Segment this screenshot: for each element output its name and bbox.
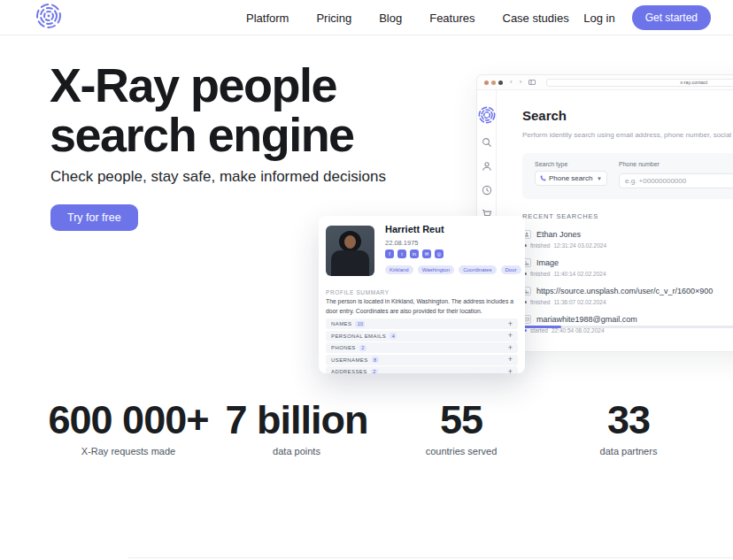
- section-label: ADDRESSES: [331, 369, 367, 373]
- page-title-line1: X-Ray people: [50, 58, 336, 111]
- window-traffic-lights: [484, 81, 503, 85]
- hero-subtitle: Check people, stay safe, make informed d…: [50, 168, 386, 186]
- mail-icon: ✉: [422, 249, 431, 258]
- header-actions: Log in Get started: [583, 0, 711, 35]
- stat-value: 33: [600, 400, 658, 440]
- search-type-field: Search type Phone search ▼: [535, 161, 607, 191]
- profile-social-links: f t in ✉ ◎: [385, 249, 444, 258]
- progress-fill: [522, 326, 561, 328]
- section-label: PERSONAL EMAILS: [331, 334, 386, 339]
- nav-item-case-studies[interactable]: Case studies: [503, 12, 569, 25]
- recent-search-timestamp: 22:40:54 08.02.2024: [552, 327, 605, 334]
- section-divider: [128, 557, 733, 558]
- brand-logo[interactable]: [35, 3, 62, 29]
- app-content: Search Perform identity search using ema…: [497, 90, 733, 352]
- get-started-button[interactable]: Get started: [632, 5, 711, 30]
- recent-search-timestamp: 11:36:07 02.02.2024: [553, 299, 606, 305]
- search-type-label: Search type: [535, 161, 607, 167]
- profile-birthdate: 22.08.1975: [385, 239, 419, 247]
- recent-search-title: mariawhite1988@gmail.com: [536, 315, 637, 324]
- section-row-personal-emails: PERSONAL EMAILS 4 +: [326, 331, 518, 341]
- recent-search-item: mariawhite1988@gmail.com started 22:40:5…: [522, 315, 733, 334]
- sidebar-toggle-icon: [529, 80, 536, 85]
- nav-item-pricing[interactable]: Pricing: [316, 12, 351, 25]
- section-row-phones: PHONES 2 +: [326, 342, 518, 353]
- fingerprint-logo-icon: [35, 3, 62, 29]
- section-row-addresses: ADDRESSES 2 +: [326, 366, 518, 373]
- user-icon: [482, 161, 492, 172]
- twitter-icon: t: [397, 249, 406, 258]
- stat-label: data partners: [600, 446, 658, 456]
- nav-item-platform[interactable]: Platform: [246, 12, 289, 25]
- address-bar-url: x-ray.contact: [680, 80, 707, 85]
- recent-search-timestamp: 11:40:14 02.02.2024: [553, 271, 606, 277]
- recent-search-timestamp: 12:31:24 03.02.2024: [553, 242, 606, 249]
- stat-value: 55: [426, 400, 498, 440]
- recent-searches-heading: RECENT SEARCHES: [522, 212, 733, 220]
- section-count-badge: 2: [359, 345, 366, 351]
- stat-value: 600 000+: [49, 400, 209, 440]
- profile-summary-heading: PROFILE SUMMARY: [326, 289, 390, 295]
- profile-result-card: Harriett Reut 22.08.1975 f t in ✉ ◎ Kirk…: [319, 216, 525, 373]
- search-icon: [482, 137, 492, 148]
- recent-search-status: finished: [530, 242, 550, 249]
- phone-number-label: Phone number: [619, 161, 733, 167]
- instagram-icon: ◎: [435, 249, 444, 258]
- profile-tag: Coordinates: [459, 265, 496, 274]
- facebook-icon: f: [385, 249, 394, 258]
- recent-search-status: started: [530, 327, 548, 334]
- phone-number-input: [619, 173, 733, 188]
- close-window-icon: [484, 81, 489, 85]
- page-title-line2: search engine: [50, 108, 354, 161]
- recent-search-item: Ethan Jones finished 12:31:24 03.02.2024: [522, 230, 733, 249]
- top-navigation-bar: Platform Pricing Blog Features Case stud…: [0, 0, 733, 35]
- app-page-title: Search: [522, 108, 733, 123]
- section-count-badge: 8: [372, 357, 379, 363]
- expand-plus-icon: +: [508, 356, 513, 364]
- phone-number-field: Phone number: [619, 161, 733, 191]
- section-row-usernames: USERNAMES 8 +: [326, 355, 518, 365]
- recent-search-title: Ethan Jones: [536, 230, 581, 239]
- profile-photo: [326, 226, 374, 276]
- try-for-free-button[interactable]: Try for free: [50, 204, 138, 231]
- section-count-badge: 4: [390, 333, 397, 339]
- section-label: NAMES: [331, 321, 351, 326]
- search-type-select: Phone search ▼: [535, 171, 607, 186]
- stat-data-points: 7 billion data points: [225, 400, 367, 456]
- recent-search-item: Image finished 11:40:14 02.02.2024: [522, 258, 733, 277]
- profile-tags: Kirkland Washington Coordinates Door: [385, 265, 521, 274]
- history-clock-icon: [482, 185, 492, 196]
- recent-search-status: finished: [530, 271, 550, 277]
- search-progress: 12%: [522, 326, 733, 328]
- login-link[interactable]: Log in: [583, 12, 614, 25]
- profile-summary-text: The person is located in Kirkland, Washi…: [326, 297, 520, 316]
- expand-plus-icon: +: [508, 332, 513, 340]
- browser-chrome-bar: ‹ › x-ray.contact: [477, 75, 733, 90]
- back-icon: ‹: [510, 79, 513, 86]
- stat-requests: 600 000+ X-Ray requests made: [49, 400, 209, 456]
- section-count-badge: 10: [355, 321, 365, 327]
- nav-item-blog[interactable]: Blog: [379, 12, 402, 25]
- phone-icon: [540, 175, 546, 181]
- stat-partners: 33 data partners: [600, 400, 658, 456]
- recent-search-title: Image: [536, 258, 559, 267]
- expand-plus-icon: +: [508, 320, 513, 328]
- stat-label: X-Ray requests made: [49, 446, 209, 456]
- app-logo-icon: [478, 106, 496, 124]
- section-row-names: NAMES 10 +: [326, 318, 518, 329]
- minimize-window-icon: [491, 81, 496, 85]
- forward-icon: ›: [520, 79, 522, 86]
- recent-search-item: https://source.unsplash.com/user/c_v_r/1…: [522, 287, 733, 305]
- linkedin-icon: in: [410, 249, 419, 258]
- expand-plus-icon: +: [508, 344, 513, 352]
- recent-search-title: https://source.unsplash.com/user/c_v_r/1…: [536, 287, 713, 295]
- profile-tag: Door: [501, 265, 521, 274]
- profile-tag: Washington: [418, 265, 454, 274]
- nav-item-features[interactable]: Features: [429, 12, 475, 25]
- profile-name: Harriett Reut: [385, 224, 444, 234]
- stat-label: countries served: [426, 446, 498, 456]
- section-label: USERNAMES: [331, 357, 368, 363]
- address-bar: x-ray.contact: [546, 79, 733, 87]
- profile-data-sections: NAMES 10 + PERSONAL EMAILS 4 + PHONES 2 …: [326, 318, 518, 373]
- recent-search-status: finished: [530, 299, 550, 305]
